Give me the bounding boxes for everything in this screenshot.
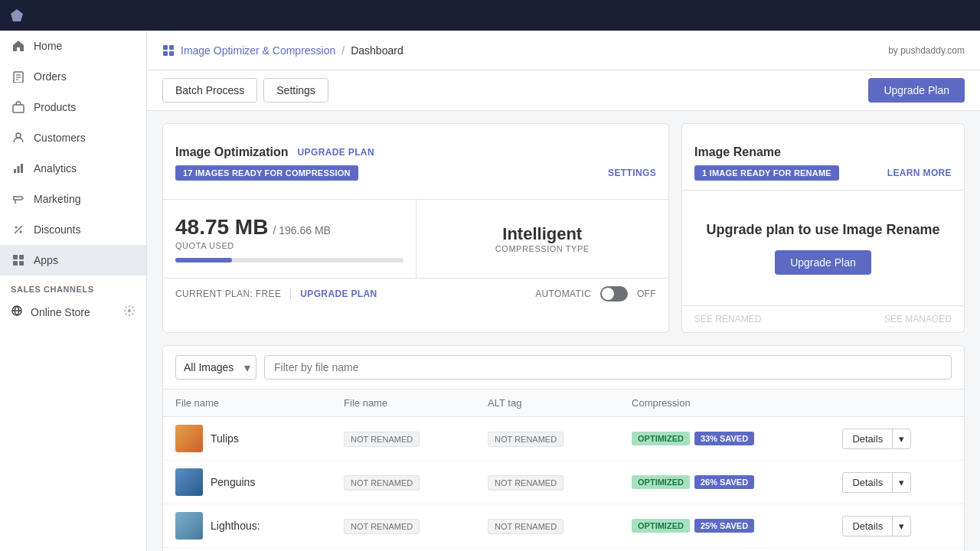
- col-compression: Compression: [619, 390, 830, 417]
- compression-status-lighthouse: OPTIMIZED 25% SAVED: [619, 504, 830, 548]
- rename-upgrade-text: Upgrade plan to use Image Rename: [706, 222, 939, 238]
- sidebar-item-label: Products: [34, 101, 76, 113]
- svg-point-19: [128, 309, 131, 312]
- file-table: File name File name ALT tag Compression …: [163, 390, 964, 551]
- online-store-settings-icon[interactable]: [123, 305, 136, 319]
- progress-bar-fill: [175, 258, 232, 262]
- opt-card-body: 48.75 MB / 196.66 MB QUOTA USED Intellig…: [163, 199, 668, 278]
- file-name-text-lighthouse: Lighthous:: [211, 520, 260, 532]
- sidebar-item-label: Orders: [34, 70, 67, 83]
- not-renamed-tag: NOT RENAMED: [344, 475, 420, 491]
- quota-label: QUOTA USED: [175, 241, 234, 250]
- batch-process-button[interactable]: Batch Process: [162, 78, 257, 103]
- svg-point-6: [16, 133, 21, 138]
- sidebar-item-marketing[interactable]: Marketing: [0, 184, 146, 214]
- app-logo: [9, 6, 28, 24]
- image-opt-upgrade-link[interactable]: UPGRADE PLAN: [298, 147, 374, 158]
- rename-upgrade-btn[interactable]: Upgrade Plan: [775, 250, 871, 275]
- file-thumb-tulips: [175, 425, 203, 452]
- image-rename-title: Image Rename: [694, 145, 781, 159]
- file-list-card: All Images ▾ File name File name ALT tag…: [162, 345, 965, 551]
- filter-input[interactable]: [264, 355, 952, 380]
- compression-section: Intelligent COMPRESSION TYPE: [416, 200, 669, 278]
- svg-rect-9: [21, 164, 23, 173]
- automatic-label: AUTOMATIC: [535, 289, 591, 299]
- discounts-icon: [11, 222, 26, 237]
- file-thumb-lighthouse: [175, 512, 203, 540]
- actions-cell-lighthouse: Details ▾: [830, 504, 964, 548]
- file-list-toolbar: All Images ▾: [163, 346, 964, 390]
- top-bar: [0, 0, 980, 31]
- details-button-penguins[interactable]: Details: [842, 472, 892, 493]
- quota-total: / 196.66 MB: [273, 224, 331, 236]
- svg-rect-15: [19, 255, 24, 259]
- settings-link[interactable]: SETTINGS: [608, 168, 656, 178]
- file-name-status-tulips: NOT RENAMED: [332, 417, 475, 461]
- footer-upgrade-link[interactable]: UPGRADE PLAN: [300, 289, 377, 299]
- details-arrow-button-tulips[interactable]: ▾: [892, 429, 911, 449]
- alt-not-renamed-tag: NOT RENAMED: [488, 519, 564, 534]
- online-store-label: Online Store: [31, 306, 90, 318]
- col-file-name: File name: [163, 390, 332, 417]
- svg-point-12: [20, 231, 22, 233]
- rename-footer: SEE RENAMED SEE MANAGED: [682, 305, 964, 332]
- file-name-cell-koala: Koala: [163, 548, 332, 552]
- actions-cell-penguins: Details ▾: [830, 461, 964, 504]
- svg-rect-20: [163, 45, 168, 50]
- all-images-select[interactable]: All Images: [175, 355, 256, 380]
- quota-size: 48.75 MB: [175, 215, 268, 240]
- learn-more-link[interactable]: LEARN MORE: [887, 168, 952, 178]
- toolbar: Batch Process Settings Upgrade Plan: [147, 70, 980, 111]
- svg-rect-21: [169, 45, 174, 50]
- file-thumb-penguins: [175, 468, 203, 496]
- sidebar-item-analytics[interactable]: Analytics: [0, 153, 146, 184]
- image-optimization-card: Image Optimization UPGRADE PLAN 17 IMAGE…: [162, 123, 669, 333]
- rename-card-body: Upgrade plan to use Image Rename Upgrade…: [682, 191, 964, 305]
- compression-status-penguins: OPTIMIZED 26% SAVED: [619, 461, 830, 504]
- compression-badge: 17 IMAGES READY FOR COMPRESSION: [175, 165, 358, 181]
- breadcrumb-current: Dashboard: [351, 44, 403, 57]
- file-name-status-lighthouse: NOT RENAMED: [332, 504, 475, 548]
- dashboard-grid: Image Optimization UPGRADE PLAN 17 IMAGE…: [162, 123, 965, 333]
- customers-icon: [11, 130, 26, 145]
- see-renamed-label: SEE RENAMED: [694, 314, 761, 324]
- current-plan-label: CURRENT PLAN: FREE: [175, 289, 281, 299]
- not-renamed-tag: NOT RENAMED: [344, 432, 420, 447]
- breadcrumb-by: by pushdaddy.com: [888, 45, 965, 56]
- details-button-tulips[interactable]: Details: [842, 429, 892, 449]
- alt-tag-status-koala: NOT RENAMED: [475, 548, 619, 552]
- optimized-tag: OPTIMIZED: [632, 432, 690, 445]
- sidebar-item-apps[interactable]: Apps: [0, 245, 146, 276]
- upgrade-plan-button[interactable]: Upgrade Plan: [868, 78, 965, 103]
- image-optimization-title: Image Optimization: [175, 145, 289, 159]
- svg-rect-22: [163, 51, 168, 56]
- sidebar-item-online-store[interactable]: Online Store: [0, 297, 146, 327]
- svg-rect-7: [14, 169, 16, 173]
- table-row: Penguins NOT RENAMEDNOT RENAMED OPTIMIZE…: [163, 461, 964, 504]
- sidebar-item-label: Analytics: [34, 162, 77, 174]
- sidebar-item-home[interactable]: Home: [0, 31, 146, 61]
- svg-rect-17: [19, 261, 24, 266]
- file-name-status-penguins: NOT RENAMED: [332, 461, 475, 504]
- details-arrow-button-penguins[interactable]: ▾: [892, 472, 911, 493]
- sidebar-item-products[interactable]: Products: [0, 92, 146, 122]
- details-button-lighthouse[interactable]: Details: [842, 516, 892, 536]
- automatic-toggle[interactable]: [600, 286, 628, 302]
- sidebar-item-customers[interactable]: Customers: [0, 122, 146, 153]
- opt-card-footer: CURRENT PLAN: FREE UPGRADE PLAN AUTOMATI…: [163, 278, 668, 309]
- alt-tag-status-lighthouse: NOT RENAMED: [475, 504, 619, 548]
- optimized-tag: OPTIMIZED: [632, 519, 690, 533]
- sidebar-item-orders[interactable]: Orders: [0, 61, 146, 92]
- svg-rect-14: [13, 255, 18, 259]
- settings-button[interactable]: Settings: [263, 78, 328, 103]
- svg-rect-8: [18, 166, 20, 173]
- sidebar-item-label: Customers: [34, 132, 86, 144]
- sidebar-item-label: Discounts: [34, 223, 80, 236]
- file-name-cell-tulips: Tulips: [163, 417, 332, 461]
- details-arrow-button-lighthouse[interactable]: ▾: [892, 516, 911, 536]
- file-name-text-penguins: Penguins: [211, 476, 255, 488]
- svg-rect-23: [169, 51, 174, 56]
- sidebar-item-discounts[interactable]: Discounts: [0, 214, 146, 245]
- image-rename-card: Image Rename 1 IMAGE READY FOR RENAME LE…: [681, 123, 965, 333]
- actions-cell-tulips: Details ▾: [830, 417, 964, 461]
